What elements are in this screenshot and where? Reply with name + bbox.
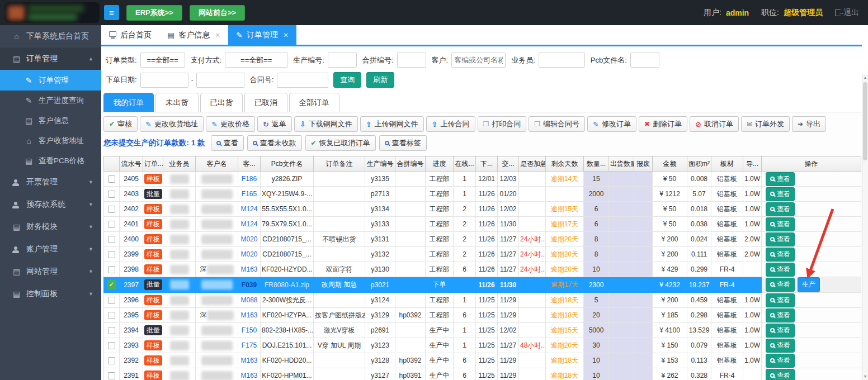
sidebar-item-deposit-system[interactable]: 预存款系统▼ bbox=[0, 193, 101, 216]
table-row[interactable]: 2395样板深M163KF020-HZYPA...按客户图纸拼版左...y312… bbox=[104, 308, 861, 323]
filter-pcb-file-input[interactable] bbox=[630, 53, 659, 68]
row-checkbox[interactable] bbox=[108, 221, 115, 228]
sidebar-item-shipping-address[interactable]: ⌂客户收货地址 bbox=[0, 131, 101, 151]
customer-code-link[interactable]: M088 bbox=[240, 296, 257, 304]
close-icon[interactable]: ✕ bbox=[215, 31, 220, 39]
table-row[interactable]: 2403批量F165XQY-215W4.9-...p2713工程部111/260… bbox=[104, 187, 861, 202]
customer-code-link[interactable]: M163 bbox=[240, 311, 257, 319]
customer-code-link[interactable]: F165 bbox=[242, 190, 257, 198]
filter-customer-input[interactable] bbox=[451, 53, 506, 68]
order-tab-my-orders[interactable]: 我的订单 bbox=[103, 93, 154, 112]
edit-contract-no-button[interactable]: ❐编辑合同号 bbox=[529, 116, 585, 132]
table-row[interactable]: 2392样板M163KF020-HDD20...y3128hp0392生产中61… bbox=[104, 353, 861, 368]
customer-code-link[interactable]: M124 bbox=[240, 205, 257, 213]
view-button[interactable]: 查看 bbox=[766, 263, 795, 277]
print-contract-button[interactable]: ❐打印合同 bbox=[478, 116, 527, 132]
row-checkbox[interactable] bbox=[108, 327, 115, 334]
scrollbar-down-arrow[interactable]: ▼ bbox=[862, 373, 868, 380]
table-row[interactable]: 2394批量F150802-238-HX85-...激光V穿板p2691生产中1… bbox=[104, 323, 861, 338]
view-button[interactable]: 查看 bbox=[766, 308, 795, 322]
customer-code-link[interactable]: M163 bbox=[240, 265, 257, 273]
table-row[interactable]: 2401样板M12479.5X79.5X1.0...y3133工程部211/26… bbox=[104, 217, 861, 232]
scrollbar-up-arrow[interactable]: ▲ bbox=[862, 74, 868, 81]
sidebar-item-home[interactable]: ⌂下单系统后台首页 bbox=[0, 25, 101, 48]
customer-code-link[interactable]: M163 bbox=[240, 372, 257, 379]
table-row[interactable]: 2396样板M0882-300W投光反...y3124工程部111/2511/2… bbox=[104, 293, 861, 308]
close-icon[interactable]: ✕ bbox=[283, 31, 289, 39]
order-outsource-button[interactable]: ✉订单外发 bbox=[741, 116, 790, 132]
sidebar-item-website-mgmt[interactable]: ▤网站管理▼ bbox=[0, 260, 101, 283]
sidebar-item-customer-info[interactable]: ▤客户信息 bbox=[0, 111, 101, 131]
row-checkbox[interactable] bbox=[108, 342, 115, 349]
order-tab-shipped[interactable]: 已出货 bbox=[200, 93, 243, 112]
view-button[interactable]: 查看 bbox=[766, 293, 795, 307]
customer-code-link[interactable]: M020 bbox=[240, 250, 257, 258]
sidebar-item-production-progress[interactable]: ✎生产进度查询 bbox=[0, 91, 101, 111]
customer-code-link[interactable]: F150 bbox=[242, 326, 257, 334]
filter-contract-no-input[interactable] bbox=[277, 73, 328, 88]
modify-order-button[interactable]: ✎修改订单 bbox=[587, 116, 636, 132]
view-unpaid-button[interactable]: 查看未收款 bbox=[247, 135, 302, 151]
download-stencil-button[interactable]: ⇩下载钢网文件 bbox=[294, 116, 358, 132]
view-button[interactable]: 查看 bbox=[766, 278, 795, 292]
restore-cancel-button[interactable]: ✔恢复已取消订单 bbox=[305, 135, 376, 151]
view-button[interactable]: 查看 bbox=[766, 324, 795, 338]
export-button[interactable]: ➔导出 bbox=[792, 116, 826, 132]
search-button[interactable]: 查询 bbox=[333, 72, 361, 88]
order-tab-unshipped[interactable]: 未出货 bbox=[155, 93, 199, 112]
customer-code-link[interactable]: M163 bbox=[240, 357, 257, 364]
customer-code-link[interactable]: M020 bbox=[240, 235, 257, 243]
customer-code-link[interactable]: F175 bbox=[242, 341, 257, 349]
site-front-button[interactable]: 网站前台>> bbox=[190, 5, 245, 21]
sidebar-item-finance-module[interactable]: ▤财务模块▼ bbox=[0, 216, 101, 238]
cancel-order-button[interactable]: ⊘取消订单 bbox=[690, 116, 739, 132]
reorder-button[interactable]: ↻返单 bbox=[257, 116, 292, 132]
change-price-button[interactable]: ✎更改价格 bbox=[206, 116, 255, 132]
erp-system-button[interactable]: ERP系统>> bbox=[126, 5, 182, 21]
filter-pay-method-select[interactable]: ==全部== bbox=[225, 53, 287, 68]
view-button[interactable]: 查看 bbox=[766, 202, 795, 216]
hamburger-menu-button[interactable]: ≡ bbox=[104, 5, 119, 20]
customer-code-link[interactable]: F039 bbox=[242, 281, 257, 289]
tab-home[interactable]: 后台首页 bbox=[101, 25, 159, 45]
table-row[interactable]: 2400样板M020CD21080715_...不喷锡出货y3131工程部211… bbox=[104, 232, 861, 247]
table-row[interactable]: 2393样板F175DOJ.E215.101...V穿 加UL 周期y3123生… bbox=[104, 338, 861, 353]
view-button[interactable]: 查看 bbox=[766, 217, 795, 231]
view-button[interactable]: 查看 bbox=[766, 232, 795, 246]
table-row[interactable]: 2405样板F186y2826.ZIPy3135工程部112/0112/03逾期… bbox=[104, 172, 861, 187]
sidebar-item-control-panel[interactable]: ▤控制面板▼ bbox=[0, 283, 101, 305]
customer-code-link[interactable]: M124 bbox=[240, 220, 257, 228]
filter-date-from-input[interactable] bbox=[140, 73, 188, 88]
row-checkbox[interactable] bbox=[108, 206, 115, 213]
sidebar-item-account-mgmt[interactable]: 账户管理▼ bbox=[0, 238, 101, 260]
sidebar-item-order-mgmt-group[interactable]: ▤订单管理▲ bbox=[0, 48, 101, 70]
view-button[interactable]: 查看 bbox=[766, 369, 795, 380]
row-checkbox[interactable] bbox=[108, 312, 115, 319]
refresh-button[interactable]: 刷新 bbox=[366, 72, 394, 88]
row-checkbox[interactable] bbox=[108, 297, 115, 304]
upload-stencil-button[interactable]: ⇧上传钢网文件 bbox=[360, 116, 424, 132]
view-button[interactable]: 查看 bbox=[766, 187, 795, 201]
view-button[interactable]: 查看 bbox=[766, 339, 795, 353]
produce-button[interactable]: 生产 bbox=[798, 277, 820, 292]
table-row[interactable]: 2402样板M12455.5X55.5X1.0...y3134工程部211/26… bbox=[104, 202, 861, 217]
tab-order-mgmt[interactable]: ✎订单管理✕ bbox=[228, 25, 296, 45]
scrollbar-thumb[interactable] bbox=[863, 82, 867, 160]
row-checkbox[interactable] bbox=[108, 357, 115, 364]
row-checkbox[interactable] bbox=[108, 236, 115, 243]
row-checkbox[interactable] bbox=[108, 266, 115, 273]
filter-date-to-input[interactable] bbox=[196, 73, 244, 88]
table-row[interactable]: 2399样板M020CD21080715_...y3132工程部211/2611… bbox=[104, 247, 861, 262]
filter-prod-no-input[interactable] bbox=[328, 53, 357, 68]
order-tab-cancelled[interactable]: 已取消 bbox=[244, 93, 287, 112]
filter-salesman-input[interactable] bbox=[539, 53, 585, 68]
main-scrollbar[interactable]: ▲ ▼ bbox=[862, 74, 868, 380]
row-checkbox[interactable] bbox=[108, 372, 115, 379]
view-button[interactable]: 查看 bbox=[211, 135, 244, 151]
table-row[interactable]: 2391样板M163KF020-HPM01...y3127hp0391生产中61… bbox=[104, 368, 861, 380]
tab-customer-info[interactable]: ▤客户信息✕ bbox=[159, 25, 228, 45]
row-checkbox[interactable] bbox=[108, 251, 115, 258]
view-button[interactable]: 查看 bbox=[766, 354, 795, 368]
order-tab-all-orders[interactable]: 全部订单 bbox=[289, 93, 339, 112]
table-row[interactable]: ✓2397批量F039FR8080-A1.zip改周期 加急p3021下单11/… bbox=[104, 277, 861, 293]
